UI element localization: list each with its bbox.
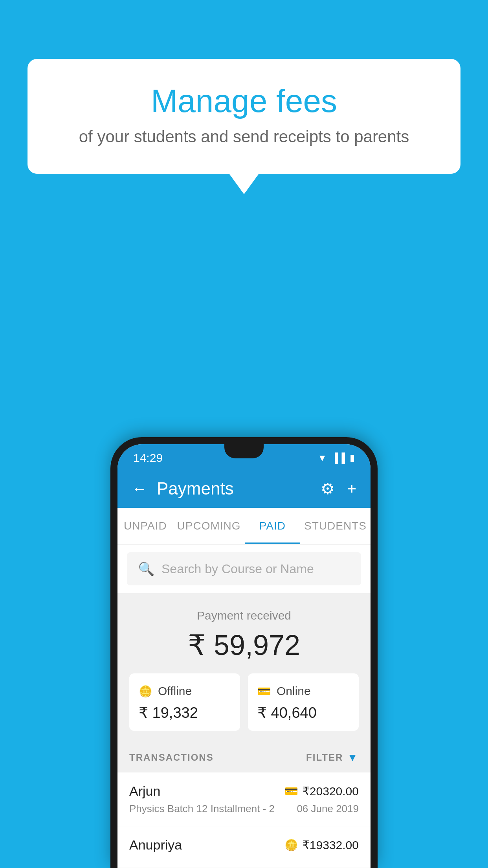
tab-paid[interactable]: PAID xyxy=(245,508,301,544)
header-title: Payments xyxy=(157,479,234,498)
transaction-amount: ₹20320.00 xyxy=(302,784,359,798)
online-icon: 💳 xyxy=(257,685,271,698)
tab-unpaid[interactable]: UNPAID xyxy=(117,508,173,544)
battery-icon: ▮ xyxy=(350,452,355,463)
payment-type-icon: 💳 xyxy=(284,785,298,798)
offline-label: Offline xyxy=(158,684,192,698)
transaction-top: Arjun 💳 ₹20320.00 xyxy=(129,783,359,799)
filter-label: FILTER xyxy=(306,752,343,763)
back-button[interactable]: ← xyxy=(132,481,147,497)
transaction-amount: ₹19332.00 xyxy=(302,838,359,852)
header-right: ⚙ + xyxy=(321,480,356,498)
speech-bubble: Manage fees of your students and send re… xyxy=(28,59,460,174)
transactions-label: TRANSACTIONS xyxy=(129,752,214,763)
online-amount: ₹ 40,640 xyxy=(257,704,349,721)
search-container: 🔍 Search by Course or Name xyxy=(117,544,371,593)
tabs-container: UNPAID UPCOMING PAID STUDENTS xyxy=(117,508,371,544)
search-bar[interactable]: 🔍 Search by Course or Name xyxy=(127,552,361,585)
search-placeholder: Search by Course or Name xyxy=(161,562,314,576)
transaction-row[interactable]: Arjun 💳 ₹20320.00 Physics Batch 12 Insta… xyxy=(117,772,371,826)
offline-icon: 🪙 xyxy=(139,685,152,698)
header-left: ← Payments xyxy=(132,479,234,498)
online-label: Online xyxy=(277,684,311,698)
add-icon[interactable]: + xyxy=(347,480,356,498)
transactions-header: TRANSACTIONS FILTER ▼ xyxy=(117,743,371,772)
phone-notch xyxy=(224,444,264,458)
payment-summary: Payment received ₹ 59,972 🪙 Offline ₹ 19… xyxy=(117,593,371,743)
phone-frame: 14:29 ▼ ▐▐ ▮ ← Payments ⚙ + UNPAID xyxy=(110,437,378,868)
transaction-course: Physics Batch 12 Installment - 2 xyxy=(129,803,275,815)
transaction-name: Arjun xyxy=(129,783,160,799)
speech-bubble-subtitle: of your students and send receipts to pa… xyxy=(59,127,429,146)
transaction-amount-wrap: 🪙 ₹19332.00 xyxy=(284,838,359,852)
speech-bubble-title: Manage fees xyxy=(59,83,429,120)
wifi-icon: ▼ xyxy=(317,452,327,463)
payment-received-label: Payment received xyxy=(129,609,359,622)
filter-icon: ▼ xyxy=(347,751,359,764)
online-card-header: 💳 Online xyxy=(257,684,349,698)
transaction-bottom: Physics Batch 12 Installment - 2 06 June… xyxy=(129,803,359,815)
transaction-name: Anupriya xyxy=(129,837,182,853)
phone-screen: 14:29 ▼ ▐▐ ▮ ← Payments ⚙ + UNPAID xyxy=(117,444,371,868)
offline-card-header: 🪙 Offline xyxy=(139,684,231,698)
offline-card: 🪙 Offline ₹ 19,332 xyxy=(129,673,240,731)
transaction-date: 06 June 2019 xyxy=(297,803,359,815)
signal-icon: ▐▐ xyxy=(332,452,345,463)
search-icon: 🔍 xyxy=(138,561,154,577)
payment-total-amount: ₹ 59,972 xyxy=(129,629,359,662)
tab-students[interactable]: STUDENTS xyxy=(300,508,371,544)
app-header: ← Payments ⚙ + xyxy=(117,469,371,508)
transaction-top: Anupriya 🪙 ₹19332.00 xyxy=(129,837,359,853)
status-time: 14:29 xyxy=(133,451,163,465)
payment-type-icon: 🪙 xyxy=(284,839,298,851)
tab-upcoming[interactable]: UPCOMING xyxy=(173,508,245,544)
transaction-amount-wrap: 💳 ₹20320.00 xyxy=(284,784,359,798)
online-card: 💳 Online ₹ 40,640 xyxy=(248,673,359,731)
offline-amount: ₹ 19,332 xyxy=(139,704,231,721)
settings-icon[interactable]: ⚙ xyxy=(321,480,335,498)
payment-cards: 🪙 Offline ₹ 19,332 💳 Online ₹ 40,640 xyxy=(129,673,359,731)
transaction-row[interactable]: Anupriya 🪙 ₹19332.00 xyxy=(117,826,371,868)
filter-button[interactable]: FILTER ▼ xyxy=(306,751,359,764)
status-icons: ▼ ▐▐ ▮ xyxy=(317,452,355,463)
speech-bubble-container: Manage fees of your students and send re… xyxy=(28,59,460,174)
